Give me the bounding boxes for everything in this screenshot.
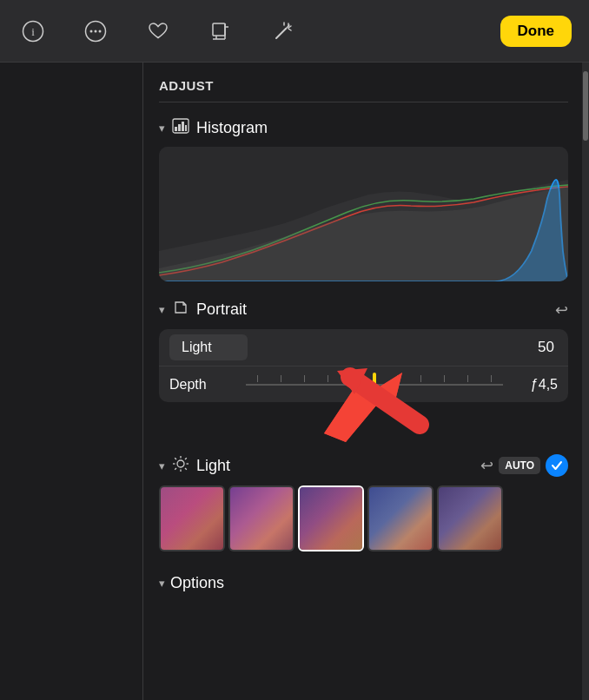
svg-point-3: [90, 30, 93, 32]
light-sun-icon: [172, 455, 189, 477]
svg-line-29: [185, 458, 187, 459]
thumb-image-2: [230, 487, 293, 550]
light-thumb-3[interactable]: [298, 485, 364, 551]
light-thumb-1[interactable]: [159, 485, 225, 551]
histogram-title: Histogram: [196, 119, 268, 137]
light-chevron[interactable]: ▾: [159, 459, 165, 472]
info-icon[interactable]: i: [17, 16, 49, 47]
light-title: Light: [196, 457, 230, 475]
svg-point-22: [177, 460, 184, 467]
heading-divider: [159, 102, 568, 102]
scroll-thumb[interactable]: [583, 71, 588, 141]
portrait-section-header: ▾ Portrait ↩: [159, 299, 568, 320]
portrait-chevron[interactable]: ▾: [159, 303, 165, 316]
adjust-panel: ADJUST ▾ Histogram: [143, 63, 589, 700]
svg-rect-14: [175, 127, 177, 131]
auto-badge[interactable]: AUTO: [499, 457, 540, 474]
svg-line-27: [175, 458, 176, 459]
sidebar: [0, 63, 143, 700]
thumb-image-5: [439, 487, 501, 550]
crop-icon[interactable]: [205, 16, 236, 47]
portrait-light-label: Light: [169, 334, 248, 360]
svg-line-28: [185, 468, 187, 470]
light-controls: ↩ AUTO: [480, 454, 568, 477]
histogram-section-header: ▾ Histogram: [159, 118, 568, 138]
heart-icon[interactable]: [142, 16, 174, 47]
svg-rect-17: [185, 125, 187, 131]
light-thumbnail-strip[interactable]: [159, 485, 568, 551]
svg-point-4: [95, 30, 97, 32]
svg-rect-15: [178, 124, 181, 131]
light-check-badge[interactable]: [546, 454, 568, 477]
svg-line-11: [288, 29, 291, 30]
light-thumb-5[interactable]: [437, 485, 503, 551]
scroll-track[interactable]: [582, 63, 589, 700]
portrait-light-row: Light 50: [159, 329, 568, 366]
light-section: ▾ Light ↩: [159, 454, 568, 551]
magic-wand-icon[interactable]: [268, 16, 299, 47]
light-thumb-2[interactable]: [228, 485, 294, 551]
svg-rect-16: [182, 122, 184, 131]
svg-rect-6: [213, 23, 225, 36]
portrait-light-value: 50: [538, 339, 558, 356]
options-label: Options: [170, 574, 224, 601]
options-row[interactable]: ▾ Options: [159, 565, 568, 601]
done-button[interactable]: Done: [500, 16, 572, 47]
toolbar: i Done: [0, 0, 589, 63]
light-section-header: ▾ Light ↩: [159, 454, 568, 477]
adjust-heading: ADJUST: [159, 78, 568, 93]
options-chevron[interactable]: ▾: [159, 577, 165, 590]
portrait-reset-icon[interactable]: ↩: [555, 300, 568, 320]
main-layout: ADJUST ▾ Histogram: [0, 63, 589, 700]
svg-line-7: [276, 29, 286, 38]
portrait-icon: [172, 299, 189, 320]
thumb-image-4: [369, 487, 432, 550]
thumb-image-1: [161, 487, 223, 550]
portrait-title: Portrait: [196, 300, 247, 319]
histogram-chevron[interactable]: ▾: [159, 122, 165, 135]
svg-point-5: [99, 30, 102, 32]
depth-label: Depth: [169, 377, 239, 393]
light-thumb-4[interactable]: [367, 485, 433, 551]
svg-text:i: i: [31, 25, 35, 38]
red-arrow-svg: [298, 364, 437, 442]
depth-value: ƒ4,5: [510, 377, 558, 393]
thumb-image-3: [300, 487, 362, 550]
light-reset-icon[interactable]: ↩: [480, 456, 493, 475]
svg-line-30: [175, 468, 176, 470]
more-icon[interactable]: [80, 16, 111, 47]
histogram-chart: [159, 147, 568, 281]
histogram-icon: [172, 118, 189, 138]
